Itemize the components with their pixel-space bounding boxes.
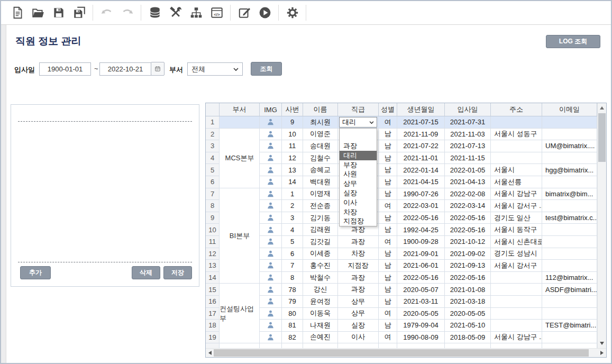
addr-cell[interactable] <box>491 140 542 152</box>
dept-cell[interactable] <box>220 332 260 344</box>
dept-cell[interactable] <box>220 224 260 236</box>
name-cell[interactable]: 이영준 <box>303 129 338 141</box>
birth-cell[interactable]: 2020-05-05 <box>397 308 445 320</box>
addr-cell[interactable] <box>491 152 542 165</box>
name-cell[interactable]: 강신 <box>303 284 338 296</box>
email-cell[interactable]: UM@bimatrix.... <box>542 140 597 152</box>
email-cell[interactable] <box>542 236 597 248</box>
gender-cell[interactable]: 남 <box>379 224 397 236</box>
new-document-icon[interactable] <box>10 6 24 20</box>
hire-cell[interactable]: 2022-05-16 <box>445 224 491 236</box>
name-cell[interactable]: 이동욱 <box>303 308 338 320</box>
id-cell[interactable]: 7 <box>282 260 303 272</box>
addr-cell[interactable]: 서울시 신촌대로 <box>491 236 542 248</box>
dept-cell[interactable] <box>220 116 260 129</box>
row-number[interactable]: 10 <box>206 224 220 236</box>
person-icon[interactable] <box>260 212 282 224</box>
birth-cell[interactable]: 2021-11-01 <box>397 152 445 165</box>
row-number[interactable]: 13 <box>206 260 220 272</box>
row-number[interactable]: 1 <box>206 116 220 129</box>
birth-cell[interactable]: 2021-11-09 <box>397 129 445 141</box>
dept-cell[interactable] <box>220 308 260 320</box>
add-button[interactable]: 추가 <box>20 266 51 279</box>
addr-cell[interactable]: 서울시 강서구 <box>491 260 542 272</box>
addr-cell[interactable]: 서울시 <box>491 164 542 176</box>
email-cell[interactable] <box>542 200 597 212</box>
hire-cell[interactable]: 2021-11-03 <box>445 129 491 141</box>
birth-cell[interactable]: 2022-05-16 <box>397 212 445 224</box>
dept-cell[interactable] <box>220 236 260 248</box>
person-icon[interactable] <box>260 152 282 165</box>
email-cell[interactable] <box>542 248 597 260</box>
scroll-left-arrow[interactable] <box>208 351 212 355</box>
person-icon[interactable] <box>260 188 282 201</box>
title-cell[interactable]: 과장 <box>338 236 379 248</box>
id-cell[interactable]: 1 <box>282 188 303 201</box>
code-editor-icon[interactable]: </> <box>209 6 224 20</box>
birth-cell[interactable]: 2021-03-11 <box>397 296 445 308</box>
table-row[interactable]: 210이영준남2021-11-092021-11-03서울시 성동구 <box>206 129 606 141</box>
hire-cell[interactable]: 2022-02-08 <box>445 188 491 201</box>
hire-cell[interactable]: 2021-09-02 <box>445 248 491 260</box>
dropdown-option[interactable]: 사원 <box>340 169 377 179</box>
calendar-button[interactable] <box>151 62 165 76</box>
dropdown-option[interactable]: 과장 <box>340 141 377 151</box>
column-header-주소[interactable]: 주소 <box>491 103 542 116</box>
table-row[interactable]: 19최시원대리여2021-07-152021-07-31 <box>206 116 606 129</box>
hire-cell[interactable]: 2022-01-05 <box>445 164 491 176</box>
row-number[interactable]: 3 <box>206 140 220 152</box>
addr-cell[interactable]: 서울시 강서구 ... <box>491 200 542 212</box>
addr-cell[interactable]: 서울선릉 <box>491 176 542 188</box>
table-row[interactable]: 1679윤여정상무남2021-03-112021-03-18 <box>206 296 606 308</box>
name-cell[interactable]: 전순종 <box>303 200 338 212</box>
row-number[interactable]: 5 <box>206 164 220 176</box>
column-header-rownum[interactable] <box>206 103 220 116</box>
hire-cell[interactable]: 2021-03-18 <box>445 296 491 308</box>
gender-cell[interactable]: 여 <box>379 236 397 248</box>
person-icon[interactable] <box>260 332 282 344</box>
email-cell[interactable] <box>542 152 597 165</box>
table-row[interactable]: 148박철수과장남2022-05-162022-05-16112@bimatri… <box>206 272 606 284</box>
gender-cell[interactable]: 남 <box>379 164 397 176</box>
row-number[interactable]: 7 <box>206 188 220 201</box>
table-row[interactable]: 93김기동남2022-05-162022-05-16경기도 일산test@bim… <box>206 212 606 224</box>
tools-icon[interactable] <box>168 6 182 20</box>
horizontal-scrollbar[interactable] <box>206 348 606 357</box>
person-icon[interactable] <box>260 236 282 248</box>
dropdown-option-blank[interactable] <box>340 129 377 141</box>
birth-cell[interactable]: 2021-09-01 <box>397 248 445 260</box>
row-number[interactable]: 6 <box>206 176 220 188</box>
gender-cell[interactable]: 여 <box>379 200 397 212</box>
birth-cell[interactable]: 2022-03-01 <box>397 200 445 212</box>
birth-cell[interactable]: 2021-07-15 <box>397 116 445 129</box>
name-cell[interactable]: 박철수 <box>303 272 338 284</box>
row-number[interactable]: 12 <box>206 248 220 260</box>
scroll-right-arrow[interactable] <box>600 351 604 355</box>
table-row[interactable]: 1578강신과장남2020-05-072021-01-08ASDF@bimatr… <box>206 284 606 296</box>
delete-button[interactable]: 삭제 <box>132 266 160 279</box>
dropdown-option[interactable]: 부장 <box>340 160 377 170</box>
id-cell[interactable]: 79 <box>282 296 303 308</box>
table-row[interactable]: 1780이동욱상무여2020-05-052020-05-05 <box>206 308 606 320</box>
dept-cell[interactable] <box>220 200 260 212</box>
id-cell[interactable]: 9 <box>282 116 303 129</box>
addr-cell[interactable]: 경기도 일산 <box>491 212 542 224</box>
id-cell[interactable]: 82 <box>282 332 303 344</box>
birth-cell[interactable]: 2021-06-01 <box>397 260 445 272</box>
email-cell[interactable]: TEST@bimatri... <box>542 320 597 332</box>
name-cell[interactable]: 이명재 <box>303 188 338 201</box>
table-row[interactable]: 115김갓길과장여1900-09-282021-10-12서울시 신촌대로 <box>206 236 606 248</box>
id-cell[interactable]: 8 <box>282 272 303 284</box>
table-row[interactable]: 126이세종차장남2021-09-012021-09-02경기도 성남시 <box>206 248 606 260</box>
email-cell[interactable] <box>542 332 597 344</box>
birth-cell[interactable]: 1979-09-04 <box>397 320 445 332</box>
addr-cell[interactable] <box>491 272 542 284</box>
person-icon[interactable] <box>260 260 282 272</box>
dept-cell[interactable] <box>220 212 260 224</box>
dropdown-option[interactable]: 대리 <box>340 151 377 160</box>
database-icon[interactable] <box>148 6 162 20</box>
table-row[interactable]: 1982손예진이사여1990-08-092018-05-09서울시 강남구 ..… <box>206 332 606 344</box>
person-icon[interactable] <box>260 224 282 236</box>
birth-cell[interactable]: 2021-07-22 <box>397 140 445 152</box>
id-cell[interactable]: 12 <box>282 152 303 165</box>
